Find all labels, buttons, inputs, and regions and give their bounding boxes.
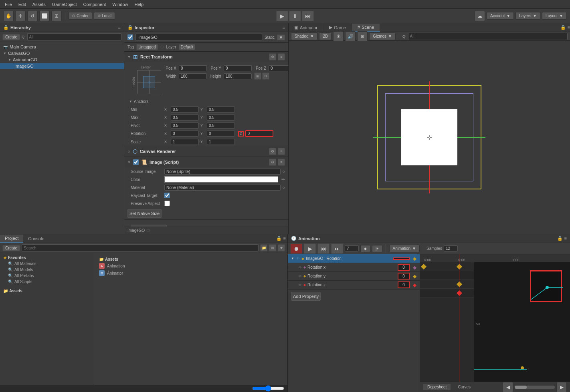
keyframe-z-6[interactable] (457, 290, 462, 296)
scene-search[interactable] (408, 33, 568, 40)
anim-track-rotx[interactable]: 👁 ◆ Rotation.x 0 ◆ (288, 263, 420, 272)
project-star-btn[interactable]: ★ (278, 244, 285, 251)
center-btn[interactable]: ⊙ Center (69, 12, 92, 20)
hierarchy-search[interactable] (27, 33, 121, 40)
menu-edit[interactable]: Edit (15, 1, 29, 8)
anim-main-keyframe[interactable]: ◆ (413, 256, 416, 261)
pivot-x[interactable] (171, 123, 199, 129)
image-script-enabled[interactable] (133, 159, 139, 165)
inspector-options[interactable]: ≡ (283, 25, 285, 30)
move-tool-btn[interactable]: ✛ (15, 11, 26, 21)
tl-scrollbar-track[interactable] (515, 386, 555, 389)
keyframe-main-0[interactable] (421, 263, 426, 269)
tl-scroll-right[interactable]: ▶ (556, 382, 567, 392)
asset-animation[interactable]: A Animation (97, 262, 284, 269)
go-active-checkbox[interactable] (127, 34, 133, 40)
menu-window[interactable]: Window (109, 1, 131, 8)
rect-tool-btn[interactable]: ⊞ (51, 11, 62, 21)
scene-view[interactable]: ✛ (289, 41, 570, 234)
tab-game[interactable]: ▶ Game (323, 24, 352, 31)
rotz-keyframe[interactable]: ◆ (413, 282, 416, 288)
hierarchy-item-main-camera[interactable]: 📷 Main Camera (0, 44, 124, 50)
max-x[interactable] (171, 115, 199, 121)
color-swatch[interactable] (164, 176, 278, 183)
layer-dropdown[interactable]: Default (179, 44, 196, 50)
fav-models[interactable]: 🔍 All Models (2, 267, 92, 273)
project-options-icon[interactable]: ≡ (283, 236, 286, 241)
raycast-checkbox[interactable] (164, 193, 170, 198)
rt-constrain-btn[interactable]: ⊞ (254, 72, 261, 80)
tab-project[interactable]: Project (0, 235, 23, 243)
rt-height[interactable] (224, 73, 252, 79)
footer-curves[interactable]: Curves (454, 384, 475, 390)
project-folder-btn[interactable]: 📁 (260, 244, 267, 251)
hierarchy-item-animatorgo[interactable]: ▼ AnimatorGO (0, 56, 124, 63)
fav-scripts[interactable]: 🔍 All Scripts (2, 279, 92, 285)
add-property-btn[interactable]: Add Property (291, 292, 321, 301)
anim-lock[interactable]: 🔒 (557, 236, 563, 241)
play-btn[interactable]: ▶ (276, 11, 288, 21)
rotz-value[interactable]: 0 (398, 281, 410, 288)
menu-file[interactable]: File (2, 1, 15, 8)
rt-anchor-visual[interactable]: ✛ (137, 70, 161, 94)
project-create-btn[interactable]: Create (2, 245, 20, 251)
static-dropdown[interactable]: ▼ (277, 34, 285, 40)
rt-settings-btn[interactable]: ≡ (278, 53, 285, 60)
account-btn[interactable]: Account ▼ (487, 12, 514, 20)
anim-next-btn[interactable]: ⏭ (331, 243, 343, 254)
anim-clip-dropdown[interactable]: Animation ▼ (389, 245, 420, 252)
scene-lock-icon[interactable]: 🔒 (560, 25, 566, 30)
project-zoom-slider[interactable] (252, 385, 284, 392)
rotx-value[interactable]: 0 (398, 264, 410, 271)
keyframe-main-6[interactable] (457, 263, 462, 269)
rt-icon-btn[interactable]: ⚙ (269, 53, 276, 60)
scale-tool-btn[interactable]: ⬜ (39, 11, 50, 21)
local-btn[interactable]: ⊕ Local (94, 12, 115, 20)
source-image-input[interactable] (164, 169, 281, 175)
tab-console[interactable]: Console (23, 235, 49, 242)
roty-value[interactable]: 0 (398, 273, 410, 279)
rotx-keyframe[interactable]: ◆ (413, 265, 416, 270)
min-y[interactable] (207, 107, 235, 113)
curve-highlight-box[interactable] (530, 270, 562, 302)
preserve-checkbox[interactable] (164, 201, 170, 206)
rot-z[interactable] (245, 130, 273, 137)
rt-pos-z[interactable] (269, 65, 288, 71)
tl-scroll-left[interactable]: ◀ (503, 382, 513, 392)
anim-track-rotz[interactable]: 👁 ◆ Rotation.z 0 ◆ (288, 281, 420, 289)
tab-scene[interactable]: # Scene (352, 24, 380, 32)
hierarchy-item-imagego[interactable]: ImageGO (0, 63, 124, 69)
asset-animator[interactable]: ⊞ Animator (97, 269, 284, 277)
anim-frame-input[interactable] (345, 245, 359, 251)
anim-track-roty[interactable]: 👁 ◆ Rotation.y 0 ◆ (288, 272, 420, 281)
is-settings-btn[interactable]: ≡ (278, 159, 285, 166)
project-filter-btn[interactable]: ⊞ (269, 244, 276, 251)
min-x[interactable] (171, 107, 199, 113)
rotate-tool-btn[interactable]: ↺ (27, 11, 38, 21)
gizmos-dropdown[interactable]: Gizmos ▼ (369, 32, 396, 40)
material-target-btn[interactable]: ○ (282, 185, 285, 190)
menu-assets[interactable]: Assets (29, 1, 49, 8)
footer-dopesheet[interactable]: Dopesheet (423, 384, 451, 390)
fav-materials[interactable]: 🔍 All Materials (2, 261, 92, 267)
tag-dropdown[interactable]: Untagged (136, 44, 158, 50)
rt-reset-btn[interactable]: R (262, 72, 269, 80)
menu-gameobject[interactable]: GameObject (49, 1, 80, 8)
roty-keyframe[interactable]: ◆ (413, 273, 416, 279)
project-lock-icon[interactable]: 🔒 (276, 236, 282, 241)
project-search[interactable] (22, 244, 259, 251)
anim-options[interactable]: ≡ (564, 236, 567, 241)
rect-transform-header[interactable]: ▼ ⊞ Rect Transform ⚙ ≡ (124, 52, 288, 62)
material-input[interactable] (164, 185, 281, 191)
samples-input[interactable] (444, 245, 458, 251)
cloud-btn[interactable]: ☁ (475, 11, 485, 21)
shaded-dropdown[interactable]: Shaded ▼ (291, 32, 317, 40)
color-picker-btn[interactable]: ✏ (281, 177, 285, 182)
canvas-renderer-header[interactable]: ○ ⬡ Canvas Renderer ⚙ ≡ (124, 146, 288, 157)
rt-pos-y[interactable] (224, 65, 252, 71)
2d-btn[interactable]: 2D (319, 32, 331, 40)
hierarchy-create-btn[interactable]: Create (2, 34, 20, 40)
anim-main-track[interactable]: ▼ 👁 ◆ ImageGO : Rotation ◆ (288, 254, 420, 263)
hierarchy-options[interactable]: ≡ (118, 25, 121, 30)
rt-pos-x[interactable] (179, 65, 207, 71)
